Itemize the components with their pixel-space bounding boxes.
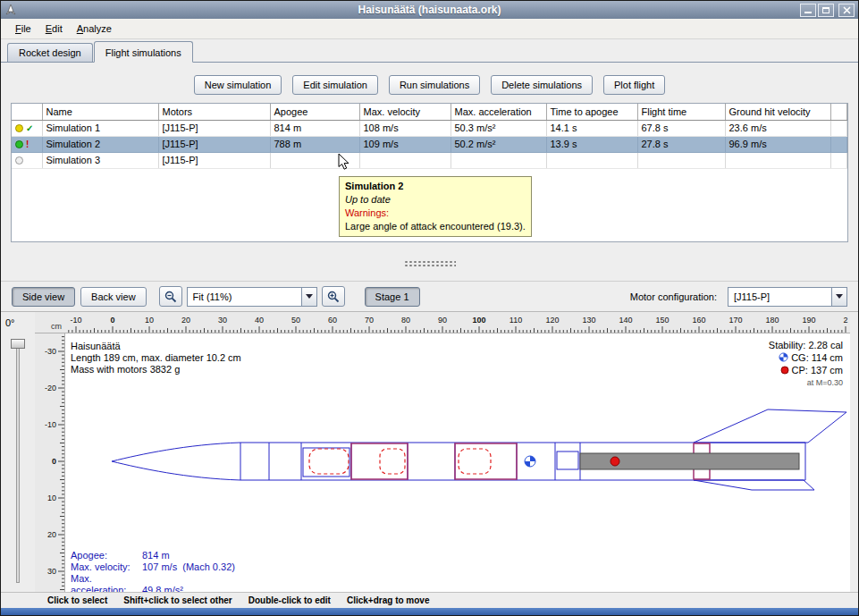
table-row[interactable]: ✓ Simulation 1 [J115-P] 814 m 108 m/s 50… — [12, 120, 847, 136]
coupler-2 — [455, 443, 517, 479]
cell-apogee[interactable]: 788 m — [270, 136, 359, 152]
cell-name[interactable]: Simulation 2 — [42, 136, 158, 152]
cell-ground-hit-velocity[interactable]: 96.9 m/s — [725, 136, 830, 152]
motor-config-arrow[interactable] — [831, 288, 846, 306]
mach-condition: at M=0.30 — [769, 376, 843, 389]
cell-flight-time[interactable]: 67.8 s — [637, 120, 725, 136]
zoom-value: Fit (11%) — [188, 291, 301, 302]
mouse-cursor-icon — [338, 153, 350, 171]
status-warning-flag: ! — [26, 140, 29, 148]
svg-text:190: 190 — [802, 316, 815, 325]
rocket-view: 0° cm -100102030405060708090100110120130… — [1, 311, 858, 592]
flight-info: Apogee:814 m Max. velocity:107 m/s (Mach… — [71, 550, 235, 596]
svg-text:140: 140 — [619, 316, 632, 325]
col-max-acceleration[interactable]: Max. acceleration — [451, 104, 546, 120]
cell-max-velocity[interactable]: 108 m/s — [359, 120, 451, 136]
close-button[interactable] — [838, 4, 855, 17]
svg-text:150: 150 — [655, 316, 669, 325]
svg-text:-20: -20 — [45, 384, 56, 392]
stage-1-toggle[interactable]: Stage 1 — [365, 287, 420, 307]
max-velocity-value: 107 m/s (Mach 0.32) — [142, 561, 235, 572]
cell-motors[interactable]: [J115-P] — [158, 152, 270, 168]
splitter-grip-icon[interactable] — [404, 260, 456, 267]
cell-max-velocity[interactable]: 109 m/s — [359, 136, 451, 152]
rotation-slider-handle[interactable] — [11, 339, 25, 349]
maximize-button[interactable] — [818, 4, 834, 17]
svg-text:10: 10 — [47, 494, 56, 502]
zoom-in-icon — [327, 291, 340, 303]
table-row-selected[interactable]: ! Simulation 2 [J115-P] 788 m 109 m/s 50… — [12, 136, 847, 152]
status-bar: Click to select Shift+click to select ot… — [1, 592, 858, 608]
tooltip-title: Simulation 2 — [345, 180, 526, 193]
zoom-in-button[interactable] — [322, 286, 345, 307]
cp-value: CP: 137 cm — [792, 365, 843, 376]
svg-text:90: 90 — [438, 316, 447, 325]
status-uptodate-icon — [15, 140, 23, 148]
zoom-select[interactable]: Fit (11%) — [187, 287, 317, 307]
taskbar-edge — [1, 608, 858, 616]
svg-text:100: 100 — [472, 316, 485, 325]
tab-flight-simulations[interactable]: Flight simulations — [94, 41, 193, 63]
rocket-info: Haisunäätä Length 189 cm, max. diameter … — [71, 341, 241, 376]
back-view-button[interactable]: Back view — [80, 287, 147, 307]
app-window: Haisunäätä (haisunaata.ork) File Edit An… — [0, 0, 859, 616]
cell-max-velocity[interactable] — [359, 152, 451, 168]
horizontal-ruler: -100102030405060708090100110120130140150… — [65, 312, 850, 333]
svg-text:70: 70 — [365, 316, 374, 325]
zoom-out-icon — [164, 291, 177, 303]
cell-time-to-apogee[interactable] — [546, 152, 637, 168]
apogee-value: 814 m — [142, 550, 170, 561]
new-simulation-button[interactable]: New simulation — [194, 75, 282, 95]
motor-configuration-select[interactable]: [J115-P] — [728, 287, 847, 307]
edit-simulation-button[interactable]: Edit simulation — [292, 75, 378, 95]
parachute-1 — [309, 449, 349, 474]
cell-name[interactable]: Simulation 3 — [42, 152, 158, 168]
menubar: File Edit Analyze — [1, 19, 858, 39]
table-row[interactable]: Simulation 3 [J115-P] — [12, 152, 847, 168]
col-flight-time[interactable]: Flight time — [637, 104, 725, 120]
split-pane-divider[interactable] — [1, 254, 858, 281]
menu-edit[interactable]: Edit — [38, 21, 70, 37]
zoom-select-arrow[interactable] — [301, 288, 316, 306]
col-motors[interactable]: Motors — [158, 104, 270, 120]
col-status[interactable] — [12, 104, 42, 120]
cell-name[interactable]: Simulation 1 — [42, 120, 158, 136]
cell-apogee[interactable]: 814 m — [270, 120, 359, 136]
cell-motors[interactable]: [J115-P] — [158, 120, 270, 136]
svg-text:0: 0 — [110, 316, 114, 325]
chevron-down-icon — [836, 294, 843, 299]
cell-ground-hit-velocity[interactable] — [725, 152, 830, 168]
cell-motors[interactable]: [J115-P] — [158, 136, 270, 152]
plot-flight-button[interactable]: Plot flight — [603, 75, 665, 95]
cell-time-to-apogee[interactable]: 13.9 s — [546, 136, 637, 152]
menu-analyze[interactable]: Analyze — [70, 21, 119, 37]
status-ok-flag: ✓ — [26, 124, 33, 132]
rotation-slider-track[interactable] — [16, 339, 20, 583]
cell-flight-time[interactable] — [637, 152, 725, 168]
side-view-button[interactable]: Side view — [12, 287, 75, 307]
cell-max-acceleration[interactable]: 50.2 m/s² — [451, 136, 546, 152]
col-apogee[interactable]: Apogee — [270, 104, 359, 120]
menu-file[interactable]: File — [8, 21, 38, 37]
delete-simulations-button[interactable]: Delete simulations — [491, 75, 593, 95]
simulation-buttons: New simulation Edit simulation Run simul… — [1, 63, 858, 95]
minimize-button[interactable] — [800, 4, 816, 17]
zoom-out-button[interactable] — [159, 286, 182, 307]
svg-text:-10: -10 — [45, 420, 56, 429]
tab-bar: Rocket design Flight simulations — [1, 39, 858, 63]
cell-time-to-apogee[interactable]: 14.1 s — [546, 120, 637, 136]
svg-text:-30: -30 — [45, 347, 56, 356]
cell-max-acceleration[interactable]: 50.3 m/s² — [451, 120, 546, 136]
rocket-canvas[interactable]: Haisunäätä Length 189 cm, max. diameter … — [65, 333, 850, 593]
col-time-to-apogee[interactable]: Time to apogee — [546, 104, 637, 120]
col-name[interactable]: Name — [42, 104, 158, 120]
cell-flight-time[interactable]: 27.8 s — [637, 136, 725, 152]
tab-rocket-design[interactable]: Rocket design — [7, 43, 93, 62]
rocket-mass: Mass with motors 3832 g — [71, 364, 241, 376]
col-max-velocity[interactable]: Max. velocity — [359, 104, 451, 120]
chevron-down-icon — [306, 294, 313, 299]
run-simulations-button[interactable]: Run simulations — [389, 75, 480, 95]
cell-ground-hit-velocity[interactable]: 23.6 m/s — [725, 120, 830, 136]
col-ground-hit-velocity[interactable]: Ground hit velocity — [725, 104, 830, 120]
cell-max-acceleration[interactable] — [451, 152, 546, 168]
